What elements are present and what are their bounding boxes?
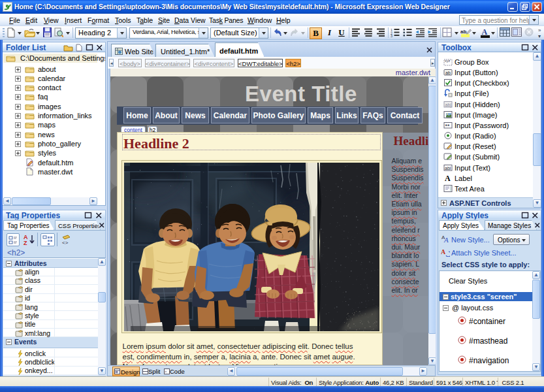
svg-text:A: A: [482, 27, 488, 37]
svg-text:3: 3: [391, 34, 392, 37]
svg-text:abl: abl: [445, 165, 451, 170]
svg-text:A: A: [441, 248, 446, 255]
svg-text:A: A: [445, 174, 451, 182]
svg-text:<>: <>: [62, 240, 69, 246]
svg-text:ab|: ab|: [445, 102, 452, 107]
svg-text:Z: Z: [24, 240, 27, 246]
svg-text:A: A: [443, 236, 449, 243]
svg-text:ab: ab: [445, 71, 451, 75]
svg-text:**: **: [445, 123, 451, 129]
svg-text:ab: ab: [460, 29, 466, 35]
svg-text:xyz: xyz: [445, 59, 451, 63]
svg-text:<: <: [165, 370, 167, 374]
